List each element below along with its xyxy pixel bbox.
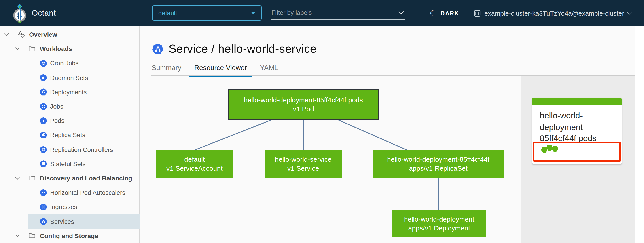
job-icon [40,103,47,110]
page-title-row: Service / hello-world-service [152,42,317,56]
namespace-dropdown-value: default [158,9,177,16]
folder-icon [28,45,36,52]
sidebar-item-horizontal-pod-autoscalers[interactable]: Horizontal Pod Autoscalers [0,185,139,200]
tab-resource-viewer[interactable]: Resource Viewer [190,64,252,77]
node-name: hello-world-deployment-85ff4cf44f pods [244,96,363,105]
sidebar-item-config-and-storage[interactable]: Config and Storage [0,229,139,243]
sidebar-item-label: Discovery and Load Balancing [40,175,132,182]
theme-toggle-label: DARK [440,10,459,16]
deployment-icon [40,88,47,95]
statefulset-icon [40,160,47,167]
node-name: hello-world-deployment [404,215,474,224]
graph-node-pods[interactable]: hello-world-deployment-85ff4cf44f pods v… [228,89,379,120]
folder-icon [28,175,36,182]
tab-yaml[interactable]: YAML [260,64,278,77]
sidebar-item-workloads[interactable]: Workloads [0,41,139,56]
cluster-icon [474,9,481,17]
chevron-down-icon[interactable] [399,9,404,14]
node-kind: v1 Service [287,164,319,173]
theme-toggle[interactable]: ☾ DARK [430,0,459,26]
service-icon [40,218,47,225]
label-filter-input[interactable] [271,9,399,17]
sidebar-item-label: Deployments [50,88,86,96]
sidebar-item-deployments[interactable]: Deployments [0,85,139,99]
cluster-context-selector[interactable]: example-cluster-ka3TuTzYo4a@example-clus… [474,0,630,26]
pod-status-highlight-box [533,142,621,162]
app-title: Octant [32,0,56,26]
graph-node-service[interactable]: hello-world-service v1 Service [265,150,342,178]
caret-down-icon [251,12,255,14]
sidebar-item-label: Overview [29,31,57,38]
node-name: hello-world-deployment-85ff4cf44f [387,155,490,164]
card-title: hello-world-deployment-85ff4cf44f pods [532,105,622,144]
sidebar-item-label: Pods [50,117,64,124]
node-kind: apps/v1 Deployment [408,224,470,233]
sidebar-item-daemon-sets[interactable]: Daemon Sets [0,70,139,85]
daemonset-icon [40,74,47,81]
objects-icon [18,31,25,38]
tab-bar: Summary Resource Viewer YAML [152,64,278,77]
pod-ok-dot [546,144,553,151]
sidebar-item-overview[interactable]: Overview [0,27,139,41]
card-status-bar [532,98,622,105]
sidebar-item-label: Services [50,218,74,225]
chevron-down-icon[interactable] [15,47,20,51]
cluster-context-label: example-cluster-ka3TuTzYo4a@example-clus… [484,9,624,17]
pod-ok-dot [552,145,558,152]
sidebar-item-label: Horizontal Pod Autoscalers [50,189,125,196]
sidebar-item-label: Config and Storage [40,232,98,239]
sidebar-item-label: Ingresses [50,204,77,211]
hpa-icon [40,189,47,196]
detail-panel: hello-world-deployment-85ff4cf44f pods [520,76,634,243]
pod-ok-dot [541,146,548,153]
node-kind: apps/v1 ReplicaSet [409,164,468,173]
replicaset-icon [40,132,47,138]
sidebar-item-services[interactable]: Services [28,214,140,229]
sidebar-item-label: Daemon Sets [50,74,88,81]
sidebar-item-label: Workloads [40,45,72,52]
octant-logo-icon [13,3,26,23]
pod-icon [40,117,47,124]
folder-icon [28,232,36,239]
node-name: hello-world-service [275,155,332,164]
namespace-dropdown[interactable]: default [152,5,262,20]
sidebar-item-stateful-sets[interactable]: Stateful Sets [0,157,139,171]
graph-node-serviceaccount[interactable]: default v1 ServiceAccount [156,150,233,178]
node-kind: v1 ServiceAccount [166,164,223,173]
sidebar-item-label: Replication Controllers [50,146,113,153]
sidebar-item-label: Cron Jobs [50,60,79,67]
label-filter [271,6,405,20]
service-icon [152,43,163,54]
octant-app: Octant default ☾ DARK example-cluster-ka… [0,0,644,243]
sidebar-item-discovery-and-load-balancing[interactable]: Discovery and Load Balancing [0,171,139,185]
sidebar-item-replication-controllers[interactable]: Replication Controllers [0,142,139,157]
chevron-down-icon [627,10,631,14]
resource-graph: hello-world-deployment-85ff4cf44f pods v… [140,76,520,243]
main-content: Service / hello-world-service Summary Re… [140,26,644,243]
right-gutter [634,26,644,243]
sidebar-item-label: Replica Sets [50,132,85,139]
graph-node-deployment[interactable]: hello-world-deployment apps/v1 Deploymen… [392,210,486,237]
sidebar-item-ingresses[interactable]: Ingresses [0,200,139,214]
sidebar-nav: Overview Workloads Cron Jobs Daemon Sets [0,26,140,243]
tab-summary[interactable]: Summary [152,64,181,77]
node-name: default [184,155,205,164]
sidebar-item-label: Stateful Sets [50,160,86,168]
page-title: Service / hello-world-service [168,42,317,56]
sidebar-item-replica-sets[interactable]: Replica Sets [0,128,139,142]
sidebar-item-jobs[interactable]: Jobs [0,99,139,113]
sidebar-item-label: Jobs [50,103,63,110]
chevron-down-icon[interactable] [15,176,20,180]
sidebar-item-pods[interactable]: Pods [0,113,139,128]
header-bar: Octant default ☾ DARK example-cluster-ka… [0,0,644,26]
graph-node-replicaset[interactable]: hello-world-deployment-85ff4cf44f apps/v… [373,150,504,178]
chevron-down-icon[interactable] [4,33,10,36]
ingress-icon [40,204,47,210]
replication-controller-icon [40,146,47,153]
moon-icon: ☾ [430,9,437,17]
cronjob-icon [40,60,47,67]
chevron-down-icon[interactable] [15,234,20,238]
pod-status-dots [534,143,620,152]
selected-resource-card[interactable]: hello-world-deployment-85ff4cf44f pods [532,98,622,164]
sidebar-item-cron-jobs[interactable]: Cron Jobs [0,56,139,70]
